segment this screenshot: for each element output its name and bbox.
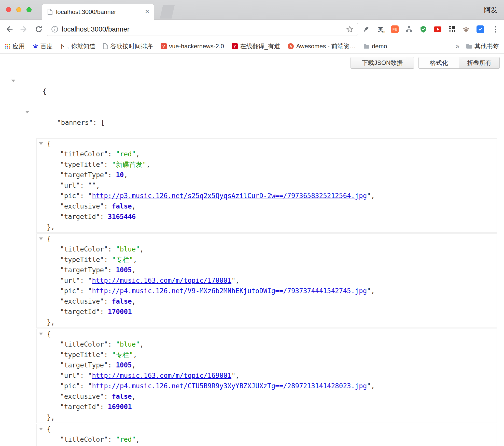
json-banners-line: "banners": [ — [0, 107, 504, 138]
json-field-line: "exclusive": false, — [37, 201, 497, 212]
json-url-link[interactable]: http://music.163.com/m/topic/169001 — [92, 372, 231, 379]
zoom-window-button[interactable] — [26, 7, 32, 12]
close-window-button[interactable] — [6, 7, 11, 12]
json-field-line: "url": "", — [37, 180, 497, 191]
json-object-open-line: { — [37, 234, 497, 244]
paw-extension-icon[interactable] — [462, 25, 470, 33]
collapse-triangle-icon[interactable] — [39, 333, 43, 335]
json-field-line: "pic": "http://p4.music.126.net/V9-MXz6b… — [37, 286, 497, 296]
translate-extension-icon[interactable]: 英en — [377, 25, 384, 33]
bookmark-demo-folder[interactable]: demo — [363, 43, 387, 50]
page-info-icon[interactable] — [51, 26, 58, 33]
bookmarks-overflow-icon[interactable]: » — [455, 43, 459, 50]
bookmark-star-icon[interactable] — [346, 25, 354, 33]
check-extension-icon[interactable] — [477, 25, 484, 33]
json-field-line: "url": "http://music.163.com/m/topic/169… — [37, 370, 497, 381]
json-object: {"titleColor": "blue","typeTitle": "专栏",… — [36, 329, 497, 423]
json-url-link[interactable]: http://music.163.com/m/topic/170001 — [92, 277, 231, 284]
collapse-triangle-icon[interactable] — [39, 237, 43, 240]
window-controls — [6, 7, 32, 12]
json-field-line: "targetId": 169001 — [37, 402, 497, 412]
json-object: {"titleColor": "blue","typeTitle": "专栏",… — [36, 233, 497, 328]
json-field-line: "url": "http://music.163.com/m/topic/170… — [37, 275, 497, 286]
bookmarks-bar: 应用 百度一下，你就知道 谷歌按时间排序 V vue-hackernews-2.… — [0, 39, 504, 54]
bookmark-google-sort[interactable]: 谷歌按时间排序 — [103, 42, 153, 50]
json-url-link[interactable]: http://p3.music.126.net/s25q2x5QyqsAzilC… — [92, 192, 367, 200]
format-button[interactable]: 格式化 — [418, 57, 459, 69]
page-file-icon — [48, 9, 52, 15]
json-object: {"titleColor": "red","typeTitle": "歌单","… — [36, 424, 497, 446]
extension-icons: 英en FE — [362, 20, 484, 39]
collapse-triangle-icon[interactable] — [39, 428, 43, 430]
y-icon: Y — [232, 43, 238, 49]
bookmark-awesomes[interactable]: A Awesomes - 前端资… — [288, 42, 356, 50]
minimize-window-button[interactable] — [16, 7, 21, 12]
collapse-triangle-icon[interactable] — [39, 142, 43, 145]
collapse-triangle-icon[interactable] — [25, 111, 29, 113]
collapse-all-button[interactable]: 折叠所有 — [459, 57, 500, 69]
json-field-line: "targetType": 1005, — [37, 360, 497, 370]
json-field-line: "exclusive": false, — [37, 296, 497, 307]
bookmark-baidu[interactable]: 百度一下，你就知道 — [32, 42, 95, 50]
json-field-line: "titleColor": "blue", — [37, 244, 497, 255]
json-field-line: "typeTitle": "专栏", — [37, 255, 497, 265]
download-json-button[interactable]: 下载JSON数据 — [351, 57, 414, 69]
json-field-line: "targetType": 1005, — [37, 265, 497, 275]
folder-icon — [363, 44, 370, 49]
json-root-open-line: { — [0, 76, 504, 107]
bookmark-apps[interactable]: 应用 — [5, 42, 25, 50]
profile-name: 阿发 — [484, 6, 497, 14]
v-icon: V — [161, 43, 167, 49]
tab-strip: localhost:3000/banner × 阿发 — [0, 0, 504, 20]
bookmark-other-bookmarks[interactable]: 其他书签 — [466, 42, 499, 50]
json-field-line: "titleColor": "blue", — [37, 339, 497, 350]
tab-title: localhost:3000/banner — [56, 8, 116, 16]
play-icon — [437, 28, 439, 31]
json-url-link[interactable]: http://p4.music.126.net/V9-MXz6b2MNhEKju… — [92, 287, 367, 295]
forward-button[interactable] — [19, 25, 29, 34]
json-viewer: { "banners": [ {"titleColor": "red","typ… — [0, 76, 504, 446]
address-bar[interactable]: localhost:3000/banner — [47, 23, 358, 36]
json-object-close-line: }, — [37, 317, 497, 328]
json-field-line: "targetType": 10, — [37, 170, 497, 180]
qr-code-extension-icon[interactable] — [448, 25, 456, 33]
json-field-line: "targetId": 3165446 — [37, 212, 497, 222]
json-field-line: "pic": "http://p4.music.126.net/CTU5B9R9… — [37, 381, 497, 391]
browser-menu-icon[interactable] — [492, 25, 499, 33]
json-object-open-line: { — [37, 329, 497, 339]
check-icon — [479, 27, 482, 31]
browser-tab[interactable]: localhost:3000/banner × — [42, 4, 154, 20]
tab-close-icon[interactable]: × — [145, 8, 149, 15]
collapse-triangle-icon[interactable] — [11, 80, 15, 82]
bookmark-vue-hackernews[interactable]: V vue-hackernews-2.0 — [161, 43, 224, 50]
json-object-close-line: }, — [37, 222, 497, 232]
paw-icon — [32, 43, 38, 49]
back-button[interactable] — [5, 25, 14, 34]
a-icon: A — [288, 43, 294, 49]
json-field-line: "targetId": 170001 — [37, 307, 497, 317]
json-object-open-line: { — [37, 424, 497, 434]
json-field-line: "pic": "http://p3.music.126.net/s25q2x5Q… — [37, 191, 497, 201]
json-field-line: "typeTitle": "专栏", — [37, 350, 497, 360]
json-object: {"titleColor": "red","typeTitle": "新碟首发"… — [36, 138, 497, 233]
json-url-link[interactable]: http://p4.music.126.net/CTU5B9R9y3XyYBZX… — [92, 382, 367, 390]
json-field-line: "titleColor": "red", — [37, 149, 497, 159]
video-extension-icon[interactable] — [434, 26, 441, 32]
reload-button[interactable] — [34, 25, 43, 34]
browser-window: localhost:3000/banner × 阿发 localhost:300… — [0, 0, 504, 446]
pen-extension-icon[interactable] — [362, 25, 370, 33]
json-array-items: {"titleColor": "red","typeTitle": "新碟首发"… — [36, 138, 504, 446]
json-field-line: "typeTitle": "新碟首发", — [37, 159, 497, 170]
json-field-line: "typeTitle": "歌单", — [37, 445, 497, 446]
json-field-line: "titleColor": "red", — [37, 434, 497, 445]
url-text: localhost:3000/banner — [62, 25, 130, 33]
shield-extension-icon[interactable] — [419, 25, 427, 33]
fe-extension-icon[interactable]: FE — [391, 25, 399, 33]
org-chart-extension-icon[interactable] — [405, 25, 413, 33]
navigation-toolbar: localhost:3000/banner 英en FE — [0, 20, 504, 39]
new-tab-button[interactable] — [160, 5, 175, 19]
folder-icon — [466, 44, 472, 49]
bookmark-youdao-translate[interactable]: Y 在线翻译_有道 — [232, 42, 280, 50]
json-object-open-line: { — [37, 139, 497, 149]
json-object-close-line: }, — [37, 412, 497, 423]
